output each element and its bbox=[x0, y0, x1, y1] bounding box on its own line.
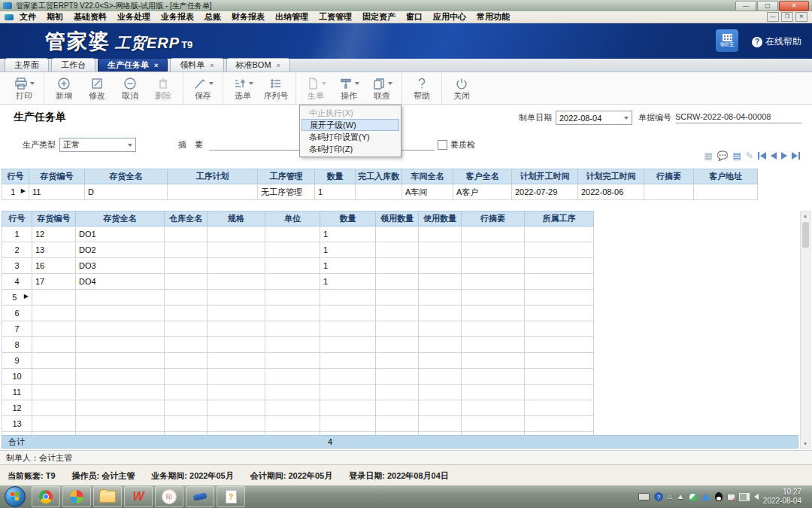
tray-drive-icon[interactable] bbox=[701, 493, 710, 500]
cell-item-no[interactable]: 11 bbox=[29, 184, 85, 200]
taskbar-explorer-button[interactable] bbox=[93, 486, 122, 507]
detail-row[interactable]: 9 bbox=[2, 353, 594, 369]
col-item-name[interactable]: 存货全名 bbox=[76, 211, 165, 227]
col-spec[interactable]: 规格 bbox=[208, 211, 265, 227]
detail-row[interactable]: 1 12 DO1 1 bbox=[2, 227, 594, 242]
print-button[interactable]: 打印 bbox=[8, 72, 41, 104]
tab-close-icon[interactable]: × bbox=[154, 62, 158, 69]
help-button[interactable]: 帮助 bbox=[405, 72, 438, 104]
menu-fixed-assets[interactable]: 固定资产 bbox=[362, 11, 395, 23]
mdi-restore-button[interactable]: ❐ bbox=[781, 12, 793, 22]
mdi-close-button[interactable]: ✕ bbox=[795, 12, 807, 22]
scroll-up-icon[interactable]: ▲ bbox=[801, 213, 809, 218]
select-doc-button[interactable]: 选单 bbox=[226, 72, 259, 104]
action-center-flag-icon[interactable] bbox=[727, 494, 735, 500]
cell-customer-addr[interactable] bbox=[694, 184, 758, 200]
tab-material-requisition[interactable]: 领料单 × bbox=[170, 58, 223, 71]
minimize-button[interactable]: — bbox=[735, 1, 756, 11]
close-form-button[interactable]: 关闭 bbox=[445, 72, 478, 104]
volume-icon[interactable] bbox=[754, 494, 759, 500]
serial-number-button[interactable]: 序列号 bbox=[259, 72, 292, 104]
col-customer[interactable]: 客户全名 bbox=[453, 169, 512, 184]
col-process-mgmt[interactable]: 工序管理 bbox=[258, 169, 315, 184]
cell-qty[interactable]: 1 bbox=[315, 184, 356, 200]
col-customer-addr[interactable]: 客户地址 bbox=[694, 169, 758, 184]
prev-record-button[interactable] bbox=[771, 152, 777, 160]
scroll-thumb[interactable] bbox=[802, 222, 809, 248]
close-button[interactable]: ✕ bbox=[779, 1, 809, 11]
taskbar-wps-button[interactable]: W bbox=[124, 486, 153, 507]
cell-customer[interactable]: A客户 bbox=[453, 184, 512, 200]
col-unit[interactable]: 单位 bbox=[265, 211, 320, 227]
add-button[interactable]: 新增 bbox=[47, 72, 80, 104]
wulianbao-qr-badge[interactable]: 物联宝 bbox=[716, 29, 738, 52]
attachment-icon[interactable]: ✎ bbox=[746, 151, 753, 160]
master-row[interactable]: 1▶ 11 D 无工序管理 1 A车间 A客户 2022-07-29 2022-… bbox=[2, 184, 758, 200]
tab-close-icon[interactable]: × bbox=[210, 62, 214, 69]
menu-finance-report[interactable]: 财务报表 bbox=[232, 11, 265, 23]
make-date-picker[interactable]: 2022-08-04 bbox=[556, 111, 632, 125]
taskbar-helpdoc-button[interactable]: ? bbox=[217, 486, 245, 507]
cancel-button[interactable]: 取消 bbox=[114, 72, 147, 104]
col-process[interactable]: 所属工序 bbox=[525, 211, 594, 227]
taskbar-stamp-app-button[interactable]: 印 bbox=[155, 486, 183, 507]
tab-production-task[interactable]: 生产任务单 × bbox=[98, 58, 168, 71]
tab-workbench[interactable]: 工作台 bbox=[51, 58, 95, 71]
cell-plan-finish-selected[interactable]: 2022-08-06 bbox=[578, 184, 644, 200]
menu-common-functions[interactable]: 常用功能 bbox=[477, 11, 510, 23]
cell-item-name[interactable]: D bbox=[85, 184, 168, 200]
last-record-button[interactable] bbox=[792, 152, 800, 160]
menu-file[interactable]: 文件 bbox=[20, 11, 36, 23]
detail-row[interactable]: 3 16 DO3 1 bbox=[2, 258, 594, 274]
keyboard-icon[interactable] bbox=[638, 493, 650, 500]
scroll-down-icon[interactable]: ▼ bbox=[801, 441, 809, 446]
cell-workshop[interactable]: A车间 bbox=[402, 184, 453, 200]
next-record-button[interactable] bbox=[781, 152, 787, 160]
detail-row[interactable]: 8 bbox=[2, 337, 594, 353]
operate-button[interactable]: 操作 bbox=[332, 72, 365, 104]
mdi-minimize-button[interactable]: — bbox=[767, 12, 779, 22]
online-help-link[interactable]: ? 在线帮助 bbox=[752, 35, 801, 48]
detail-row[interactable]: 10 bbox=[2, 369, 594, 385]
cell-plan-start[interactable]: 2022-07-29 bbox=[512, 184, 578, 200]
col-requisition-qty[interactable]: 领用数量 bbox=[376, 211, 419, 227]
col-warehouse[interactable]: 仓库全名 bbox=[165, 211, 208, 227]
prod-type-select[interactable]: 正常 bbox=[59, 138, 136, 152]
menu-item-barcode-print-setup[interactable]: 条码打印设置(Y) bbox=[301, 131, 399, 143]
menu-item-expand-children[interactable]: 展开子级(W) bbox=[301, 119, 399, 131]
col-line-no[interactable]: 行号 bbox=[2, 169, 29, 184]
taskbar-clock[interactable]: 10:27 2022-08-04 bbox=[763, 488, 806, 506]
col-item-no[interactable]: 存货编号 bbox=[29, 169, 85, 184]
selected-cell[interactable] bbox=[525, 290, 594, 306]
tray-green-app-icon[interactable] bbox=[689, 493, 697, 501]
calculator-icon[interactable]: ▤ bbox=[733, 151, 741, 160]
col-used-qty[interactable]: 使用数量 bbox=[419, 211, 462, 227]
tab-close-icon[interactable]: × bbox=[277, 62, 280, 69]
menu-window[interactable]: 窗口 bbox=[406, 11, 423, 23]
cell-row-summary[interactable] bbox=[644, 184, 694, 200]
col-plan-start[interactable]: 计划开工时间 bbox=[512, 169, 578, 184]
col-row-summary[interactable]: 行摘要 bbox=[644, 169, 694, 184]
menu-business-report[interactable]: 业务报表 bbox=[161, 11, 194, 23]
detail-row[interactable]: 7 bbox=[2, 321, 594, 337]
qq-icon[interactable] bbox=[715, 492, 723, 501]
menu-app-center[interactable]: 应用中心 bbox=[433, 11, 466, 23]
tab-standard-bom[interactable]: 标准BOM × bbox=[226, 58, 290, 71]
menu-cashier[interactable]: 出纳管理 bbox=[275, 11, 308, 23]
col-plan-finish[interactable]: 计划完工时间 bbox=[578, 169, 644, 184]
menu-general-ledger[interactable]: 总账 bbox=[205, 11, 221, 23]
detail-row[interactable]: 5▶ bbox=[2, 290, 594, 306]
link-query-button[interactable]: 联查 bbox=[365, 72, 398, 104]
layout-grid-icon[interactable]: ▦ bbox=[704, 151, 712, 160]
detail-row[interactable]: 11 bbox=[2, 385, 594, 400]
edit-button[interactable]: 修改 bbox=[80, 72, 114, 104]
detail-row[interactable]: 12 bbox=[2, 400, 594, 416]
first-record-button[interactable] bbox=[758, 152, 766, 160]
col-item-name[interactable]: 存货全名 bbox=[85, 169, 168, 184]
tray-settings-icon[interactable]: ⌂ bbox=[668, 493, 672, 500]
maximize-button[interactable]: ▢ bbox=[757, 1, 778, 11]
menu-business-process[interactable]: 业务处理 bbox=[117, 11, 150, 23]
menu-payroll[interactable]: 工资管理 bbox=[319, 11, 352, 23]
col-item-no[interactable]: 存货编号 bbox=[32, 211, 76, 227]
tab-main-screen[interactable]: 主界面 bbox=[5, 58, 49, 71]
